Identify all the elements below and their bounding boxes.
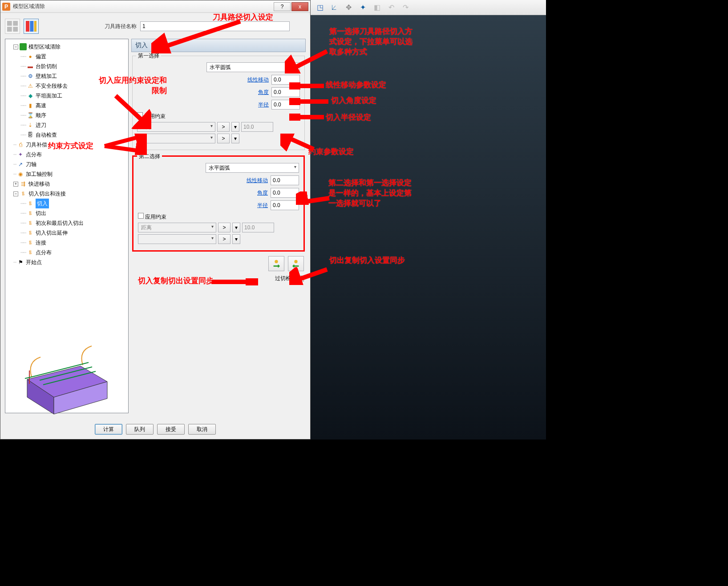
second-apply-constraint-label: 应用约束 (145, 214, 166, 220)
background-toolbar: ◳ ⟀ ✥ ✦ ◧ ↶ ↷ (311, 0, 546, 15)
overcut-checkbox[interactable] (298, 276, 304, 281)
anno-constraint-left: 切入应用约束设定和限制 (93, 76, 167, 96)
path-name-label: 刀具路径名称 (105, 23, 137, 30)
svg-rect-0 (26, 21, 29, 32)
tree-startpt[interactable]: 开始点 (26, 257, 42, 267)
second-radius-input[interactable] (271, 200, 299, 210)
anno-constraint-param: 约束参数设定 (308, 147, 354, 157)
first-type-dropdown[interactable]: 水平圆弧 (206, 62, 300, 72)
tree-links[interactable]: 连接 (36, 238, 46, 248)
svg-point-3 (275, 260, 278, 263)
tree-leadext[interactable]: 切入切出延伸 (36, 228, 68, 238)
second-angle-label[interactable]: 角度 (257, 189, 268, 197)
calculate-button[interactable]: 计算 (95, 424, 122, 435)
anno-first: 第一选择刀具路径切入方式设定，下拉菜单可以选取多种方式 (329, 27, 416, 57)
tree-pointdist2[interactable]: 点分布 (36, 248, 52, 257)
anno-copy-lr: 切入复制切出设置同步 (138, 276, 214, 286)
first-constraint-value-input[interactable] (241, 122, 273, 132)
svg-rect-1 (30, 21, 33, 32)
tree-flat[interactable]: 平坦面加工 (36, 91, 62, 101)
tree-order[interactable]: 顺序 (36, 110, 46, 120)
tree-root[interactable]: 模型区域清除 (28, 42, 61, 52)
strategy-icon-1[interactable] (5, 19, 20, 34)
viewport-background (311, 15, 546, 440)
first-gt-button[interactable]: > (217, 122, 230, 132)
first-angle-label[interactable]: 角度 (258, 89, 269, 96)
first-choice-legend: 第一选择 (136, 52, 161, 60)
angle-icon[interactable]: ⟀ (329, 3, 339, 12)
queue-button[interactable]: 队列 (126, 424, 154, 435)
tree-offset[interactable]: 偏置 (36, 52, 46, 61)
second-gt-button[interactable]: > (218, 223, 231, 232)
eraser-icon[interactable]: ◧ (372, 3, 382, 12)
second-linear-input[interactable] (271, 175, 299, 185)
second-choice-group: 第二选择 水平圆弧 线性移动 角度 半径 应用约束 距离 > ▾ (132, 155, 305, 252)
app-icon: P (2, 3, 10, 11)
tree-leadout[interactable]: 切出 (36, 208, 46, 218)
first-apply-constraint-checkbox[interactable] (137, 112, 143, 118)
titlebar: P 模型区域清除 ? x (0, 0, 310, 13)
cancel-button[interactable]: 取消 (188, 424, 216, 435)
second-gt-dropdown-icon[interactable]: ▾ (232, 223, 240, 232)
window-title: 模型区域清除 (13, 3, 273, 10)
first-radius-input[interactable] (271, 100, 300, 110)
tree-axisctrl[interactable]: 加工轴控制 (26, 169, 53, 179)
second-apply-constraint-checkbox[interactable] (138, 213, 144, 219)
first-angle-input[interactable] (271, 87, 300, 97)
first-choice-group: 第一选择 水平圆弧 线性移动 角度 半径 应用约束 距离 > ▾ (132, 56, 305, 150)
second-radius-label[interactable]: 半径 (257, 202, 268, 209)
second-gt2-dropdown-icon[interactable]: ▾ (232, 234, 240, 244)
tree-autocheck[interactable]: 自动检查 (36, 130, 57, 140)
first-gt-dropdown-icon[interactable]: ▾ (231, 122, 239, 132)
move-icon[interactable]: ✥ (344, 3, 353, 12)
anno-linear: 线性移动参数设定 (326, 80, 386, 90)
tree-unsafe[interactable]: 不安全段移去 (36, 81, 68, 91)
tree-firstlast[interactable]: 初次和最后切入切出 (36, 218, 84, 228)
tree-leadin[interactable]: 切入 (36, 199, 49, 208)
overcut-check-label: 过切检查 (275, 275, 296, 282)
tree-highspeed[interactable]: 高速 (36, 101, 46, 110)
tree-leads[interactable]: 切入切出和连接 (28, 189, 66, 199)
copy-leadout-to-leadin-button[interactable] (288, 256, 304, 271)
first-linear-input[interactable] (271, 75, 300, 85)
tree-pointdist[interactable]: 点分布 (26, 150, 42, 159)
copy-leadin-to-leadout-button[interactable] (268, 256, 284, 271)
tree-toolaxis[interactable]: 刀轴 (26, 159, 36, 169)
anno-top: 刀具路径切入设定 (213, 12, 273, 23)
second-gt2-button[interactable]: > (218, 234, 231, 244)
strategy-icon-2[interactable] (24, 19, 39, 34)
second-type-dropdown[interactable]: 水平圆弧 (206, 163, 299, 173)
second-constraint-value-input[interactable] (242, 223, 274, 232)
redo-icon[interactable]: ↷ (400, 3, 410, 12)
first-linear-label[interactable]: 线性移动 (247, 76, 269, 84)
first-radius-label[interactable]: 半径 (258, 101, 269, 109)
tree-approach[interactable]: 进刀 (36, 120, 46, 130)
second-linear-label[interactable]: 线性移动 (247, 177, 268, 184)
second-angle-input[interactable] (271, 188, 299, 198)
tree-rapid[interactable]: 快进移动 (28, 179, 50, 189)
help-button[interactable]: ? (274, 2, 291, 11)
anno-angle: 切入角度设定 (331, 96, 376, 106)
cube-icon[interactable]: ◳ (315, 3, 325, 12)
tree-wall[interactable]: 壁精加工 (36, 71, 57, 81)
first-constraint-type2-dropdown[interactable] (137, 134, 215, 143)
anno-copy-rl: 切出复制切入设置同步 (329, 256, 409, 266)
undo-icon[interactable]: ↶ (386, 3, 396, 12)
first-gt2-button[interactable]: > (217, 134, 230, 143)
anno-radius: 切入半径设定 (326, 113, 371, 123)
path-name-input[interactable] (140, 21, 290, 31)
svg-point-4 (294, 260, 297, 263)
close-button[interactable]: x (291, 2, 308, 11)
first-gt2-dropdown-icon[interactable]: ▾ (231, 134, 239, 143)
accept-button[interactable]: 接受 (157, 424, 185, 435)
anno-second: 第二选择和第一选择设定是一样的，基本上设定第一选择就可以了 (328, 178, 415, 209)
second-choice-legend: 第二选择 (137, 153, 162, 160)
anno-constraint-type: 约束方式设定 (48, 141, 93, 151)
tree-step[interactable]: 台阶切削 (36, 61, 57, 71)
first-constraint-type-dropdown[interactable]: 距离 (137, 122, 215, 132)
second-constraint-type2-dropdown[interactable] (138, 234, 216, 244)
first-apply-constraint-label: 应用约束 (144, 113, 166, 119)
tree-toolcomp[interactable]: 刀具补偿 (26, 140, 47, 150)
star-icon[interactable]: ✦ (358, 3, 368, 12)
second-constraint-type-dropdown[interactable]: 距离 (138, 223, 216, 232)
